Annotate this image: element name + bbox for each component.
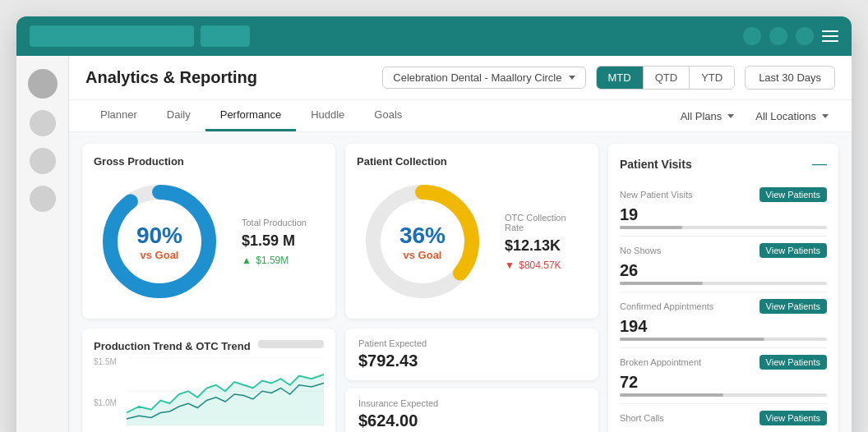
gross-production-title: Gross Production [94, 155, 324, 168]
trend-chart: $1.5M $1.0M $500K [94, 357, 324, 432]
visit-item: Short Calls View Patients 09 [620, 404, 827, 432]
visit-bar [620, 393, 827, 397]
patient-collection-stat-label: OTC Collection Rate [505, 213, 587, 232]
gross-production-stat-label: Total Production [242, 218, 307, 227]
dashboard: Gross Production 90% vs Goal [69, 132, 852, 432]
visit-item-row: Broken Appointment View Patients [620, 355, 827, 370]
tab-planner[interactable]: Planner [85, 100, 152, 131]
avatar [28, 69, 58, 99]
patient-visits-card: Patient Visits — New Patient Visits View… [608, 144, 838, 432]
visit-bar [620, 338, 827, 341]
top-bar-search [30, 25, 194, 47]
gross-production-donut: 90% vs Goal [94, 176, 225, 307]
visit-label: Confirmed Appintments [620, 301, 713, 311]
minus-icon[interactable]: — [812, 155, 827, 172]
period-btn-ytd[interactable]: YTD [690, 67, 734, 89]
content: Analytics & Reporting Celebration Dental… [69, 56, 852, 432]
period-btn-mtd[interactable]: MTD [597, 67, 644, 89]
patient-expected-label: Patient Expected [358, 338, 585, 348]
visit-label: Short Calls [620, 413, 664, 423]
location-selector[interactable]: Celebration Dental - Maallory Circle [382, 67, 585, 89]
app-window: Analytics & Reporting Celebration Dental… [16, 16, 852, 432]
insurance-expected-card: Insurance Expected $624.00 [345, 388, 598, 432]
visit-bar-fill [620, 226, 682, 229]
all-locations-label: All Locations [755, 110, 816, 122]
patient-collection-center: 36% vs Goal [399, 223, 446, 261]
sidebar-item-2[interactable] [30, 148, 56, 174]
y-label-2: $1.0M [94, 398, 118, 407]
patient-expected-card: Patient Expected $792.43 [345, 329, 598, 380]
visit-number: 19 [620, 205, 827, 224]
visit-item-row: Confirmed Appintments View Patients [620, 299, 827, 314]
period-btn-qtd[interactable]: QTD [644, 67, 690, 89]
mini-cards: Patient Expected $792.43 Insurance Expec… [345, 329, 598, 432]
patient-collection-title: Patient Collection [357, 155, 587, 168]
patient-collection-vs-goal: vs Goal [399, 249, 446, 261]
view-patients-button[interactable]: View Patients [760, 299, 827, 314]
view-patients-button[interactable]: View Patients [760, 243, 827, 258]
gross-production-card: Gross Production 90% vs Goal [82, 144, 335, 319]
all-plans-label: All Plans [681, 110, 723, 122]
main-layout: Analytics & Reporting Celebration Dental… [16, 56, 852, 432]
hamburger-icon[interactable] [822, 30, 838, 42]
visit-item: New Patient Visits View Patients 19 [620, 181, 827, 237]
visit-number: 09 [620, 429, 827, 432]
visit-item-row: No Shows View Patients [620, 243, 827, 258]
sidebar-item-3[interactable] [30, 186, 56, 212]
visit-number: 194 [620, 317, 827, 336]
visit-item-row: Short Calls View Patients [620, 411, 827, 425]
view-patients-button[interactable]: View Patients [760, 355, 827, 370]
location-label: Celebration Dental - Maallory Circle [393, 71, 561, 84]
tabs-right: All Plans All Locations [674, 107, 835, 126]
visit-bar-fill [620, 338, 764, 341]
all-plans-filter[interactable]: All Plans [674, 107, 741, 126]
tabs-row: Planner Daily Performance Huddle Goals A… [69, 100, 852, 132]
gross-production-body: 90% vs Goal Total Production $1.59 M $1.… [94, 176, 324, 307]
visits-header: Patient Visits — [620, 155, 827, 172]
patient-collection-stats: OTC Collection Rate $12.13K $804.57K [505, 213, 587, 271]
top-bar-left [30, 25, 250, 47]
gross-production-percent: 90% [136, 223, 182, 249]
patient-collection-stat-sub: $804.57K [505, 260, 587, 271]
insurance-expected-value: $624.00 [358, 411, 585, 430]
chevron-down-icon-plans [727, 114, 734, 118]
top-bar-right [743, 27, 838, 45]
sidebar-item-1[interactable] [30, 110, 56, 136]
all-locations-filter[interactable]: All Locations [749, 107, 835, 126]
insurance-expected-label: Insurance Expected [358, 398, 585, 408]
top-bar-pill [201, 25, 250, 47]
gross-production-center: 90% vs Goal [136, 223, 182, 261]
patient-collection-stat-value: $12.13K [505, 237, 587, 255]
last-30-button[interactable]: Last 30 Days [745, 66, 835, 90]
patient-collection-percent: 36% [399, 223, 446, 249]
visit-number: 72 [620, 373, 827, 392]
page-title: Analytics & Reporting [85, 68, 372, 87]
view-patients-button[interactable]: View Patients [760, 411, 827, 425]
visit-item: Broken Appointment View Patients 72 [620, 348, 827, 404]
top-bar [16, 16, 852, 56]
visit-item: No Shows View Patients 26 [620, 237, 827, 292]
tab-huddle[interactable]: Huddle [296, 100, 359, 131]
tab-performance[interactable]: Performance [205, 100, 296, 131]
top-bar-circle-2 [769, 27, 787, 45]
gross-production-stat-sub: $1.59M [242, 255, 307, 266]
svg-marker-7 [127, 375, 324, 425]
trend-title: Production Trend & OTC Trend [94, 340, 251, 352]
view-patients-button[interactable]: View Patients [760, 187, 827, 202]
visit-bar-fill [620, 393, 723, 397]
arrow-down-icon [505, 260, 516, 271]
chevron-down-icon [569, 76, 575, 80]
chevron-down-icon-locations [822, 114, 829, 118]
top-bar-circle-1 [743, 27, 761, 45]
visit-number: 26 [620, 261, 827, 280]
visit-item: Confirmed Appintments View Patients 194 [620, 292, 827, 348]
tab-daily[interactable]: Daily [152, 100, 205, 131]
trend-header: Production Trend & OTC Trend [94, 340, 324, 352]
arrow-up-icon [242, 255, 253, 266]
visit-label: No Shows [620, 246, 661, 255]
header-row: Analytics & Reporting Celebration Dental… [69, 56, 852, 100]
y-labels: $1.5M $1.0M $500K [94, 357, 118, 432]
visit-item-row: New Patient Visits View Patients [620, 187, 827, 202]
visits-list: New Patient Visits View Patients 19 No S… [620, 181, 827, 432]
tab-goals[interactable]: Goals [359, 100, 417, 131]
